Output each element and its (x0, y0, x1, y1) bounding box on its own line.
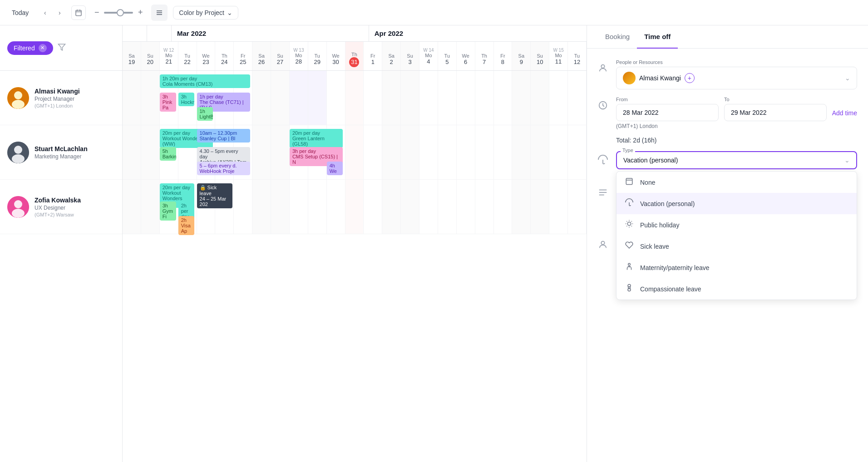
prev-button[interactable]: ‹ (39, 6, 51, 19)
cal-cell-0-10[interactable] (308, 71, 327, 125)
add-time-link[interactable]: Add time (832, 109, 857, 117)
cal-cell-2-1[interactable] (141, 180, 160, 234)
cal-cell-2-12[interactable] (345, 180, 364, 234)
event-block[interactable]: 20m per dayGreen Lantern (GL58) (290, 129, 343, 148)
cal-cell-2-9[interactable] (290, 180, 308, 234)
event-block[interactable]: 1h 20m per dayCola Moments (CM13) (160, 74, 250, 88)
from-date-input[interactable]: 28 Mar 2022 (616, 104, 719, 121)
dropdown-item-none[interactable]: None (616, 172, 857, 193)
cal-cell-0-11[interactable] (327, 71, 345, 125)
cal-cell-1-7[interactable] (252, 125, 271, 179)
cal-cell-2-17[interactable] (438, 180, 457, 234)
cal-cell-1-1[interactable] (141, 125, 160, 179)
svg-marker-7 (58, 44, 65, 50)
type-dropdown[interactable]: Vacation (personal) ⌄ (616, 151, 857, 169)
cal-cell-1-18[interactable] (457, 125, 475, 179)
list-view-button[interactable] (151, 5, 168, 21)
to-date-field: To 29 Mar 2022 (724, 97, 827, 121)
event-block[interactable]: 3hPink Pa (160, 93, 176, 112)
to-date-input[interactable]: 29 Mar 2022 (724, 104, 827, 121)
calendar-icon[interactable] (71, 5, 86, 20)
cal-cell-1-24[interactable] (568, 125, 587, 179)
filter-icon[interactable] (58, 43, 66, 53)
cal-cell-2-15[interactable] (401, 180, 419, 234)
color-picker-button[interactable]: Color by Project ⌄ (173, 6, 238, 20)
cal-cell-0-16[interactable] (419, 71, 438, 125)
cal-cell-1-23[interactable] (549, 125, 568, 179)
event-block[interactable]: 4hWe (327, 162, 343, 175)
cal-cell-1-22[interactable] (531, 125, 549, 179)
cal-cell-2-8[interactable] (271, 180, 290, 234)
cal-cell-0-7[interactable] (252, 71, 271, 125)
panel-body: People or Resources Almasi Kwangi + ⌄ (587, 49, 868, 270)
cal-cell-2-11[interactable] (327, 180, 345, 234)
event-block[interactable]: 5 – 6pm every d.WebHook Proje (197, 162, 251, 175)
zoom-in-button[interactable]: + (135, 7, 146, 18)
person-chevron-icon: ⌄ (845, 74, 850, 82)
cal-cell-0-17[interactable] (438, 71, 457, 125)
zoom-out-button[interactable]: − (91, 7, 102, 18)
dropdown-item-maternity[interactable]: Maternity/paternity leave (616, 257, 857, 278)
event-block[interactable]: 1hLightBl (197, 107, 213, 121)
cal-cell-2-6[interactable] (234, 180, 252, 234)
cal-cell-0-20[interactable] (494, 71, 513, 125)
event-block[interactable]: 5hBarkin (160, 147, 176, 161)
person-dropdown[interactable]: Almasi Kwangi + ⌄ (616, 67, 857, 89)
today-button[interactable]: Today (7, 6, 33, 19)
cal-cell-1-0[interactable] (123, 125, 141, 179)
cal-cell-0-23[interactable] (549, 71, 568, 125)
cal-cell-2-20[interactable] (494, 180, 513, 234)
cal-cell-0-15[interactable] (401, 71, 419, 125)
cal-cell-2-14[interactable] (382, 180, 401, 234)
cal-cell-2-21[interactable] (512, 180, 531, 234)
cal-cell-1-8[interactable] (271, 125, 290, 179)
cal-cell-1-12[interactable] (345, 125, 364, 179)
cal-cell-0-18[interactable] (457, 71, 475, 125)
cal-cell-0-21[interactable] (512, 71, 531, 125)
tab-time-off[interactable]: Time off (637, 25, 678, 49)
dropdown-item-compassionate[interactable]: Compassionate leave (616, 278, 857, 300)
cal-cell-0-13[interactable] (364, 71, 382, 125)
cal-cell-2-23[interactable] (549, 180, 568, 234)
cal-cell-2-13[interactable] (364, 180, 382, 234)
next-button[interactable]: › (53, 6, 66, 19)
cal-cell-2-0[interactable] (123, 180, 141, 234)
dropdown-item-holiday[interactable]: Public holiday (616, 214, 857, 236)
cal-cell-1-15[interactable] (401, 125, 419, 179)
add-person-button[interactable]: + (685, 73, 695, 83)
event-block[interactable]: 2hVisa Ap (178, 216, 195, 235)
cal-cell-2-18[interactable] (457, 180, 475, 234)
cal-cell-2-16[interactable] (419, 180, 438, 234)
cal-cell-0-24[interactable] (568, 71, 587, 125)
cal-cell-2-22[interactable] (531, 180, 549, 234)
cal-cell-2-19[interactable] (475, 180, 494, 234)
day-col-27: Su27 (271, 42, 290, 70)
filter-close-button[interactable]: ✕ (39, 44, 47, 52)
cal-cell-2-10[interactable] (308, 180, 327, 234)
cal-cell-0-1[interactable] (141, 71, 160, 125)
cal-cell-1-14[interactable] (382, 125, 401, 179)
cal-cell-1-17[interactable] (438, 125, 457, 179)
cal-cell-1-20[interactable] (494, 125, 513, 179)
cal-cell-1-19[interactable] (475, 125, 494, 179)
sick-leave-event[interactable]: 🔒 Sick leave24 – 25 Mar 202 (197, 183, 233, 208)
cal-cell-1-13[interactable] (364, 125, 382, 179)
cal-cell-0-14[interactable] (382, 71, 401, 125)
cal-cell-0-22[interactable] (531, 71, 549, 125)
cal-cell-0-19[interactable] (475, 71, 494, 125)
cal-cell-0-0[interactable] (123, 71, 141, 125)
cal-cell-1-16[interactable] (419, 125, 438, 179)
tab-booking[interactable]: Booking (598, 25, 637, 49)
dropdown-item-vacation[interactable]: Vacation (personal) (616, 193, 857, 214)
event-block[interactable]: 10am – 12.30pmStanley Cup | Bl (197, 129, 251, 143)
cal-cell-1-21[interactable] (512, 125, 531, 179)
event-block[interactable]: 3hHockne (178, 93, 195, 106)
cal-cell-2-24[interactable] (568, 180, 587, 234)
cal-cell-0-12[interactable] (345, 71, 364, 125)
dropdown-item-sick[interactable]: Sick leave (616, 236, 857, 257)
event-block[interactable]: 3hGym Fi (160, 202, 176, 221)
cal-cell-0-9[interactable] (290, 71, 308, 125)
cal-cell-2-7[interactable] (252, 180, 271, 234)
cal-cell-0-8[interactable] (271, 71, 290, 125)
zoom-slider[interactable] (104, 12, 133, 14)
